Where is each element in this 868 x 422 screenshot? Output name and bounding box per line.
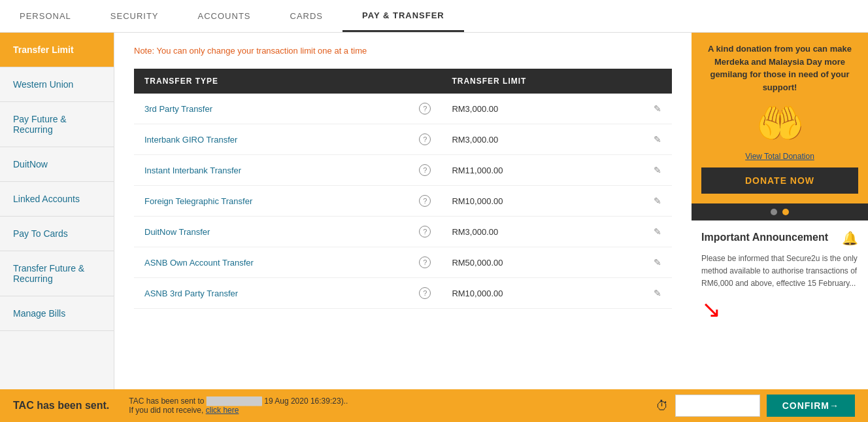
sidebar-item-western-union[interactable]: Western Union: [0, 67, 114, 102]
info-icon-cell[interactable]: ?: [409, 217, 441, 247]
donate-now-button[interactable]: DONATE NOW: [701, 167, 858, 194]
tac-sent-label: TAC has been sent.: [13, 400, 109, 412]
sidebar-item-linked-accounts[interactable]: Linked Accounts: [0, 182, 114, 217]
table-row: DuitNow Transfer ? RM3,000.00 ✎: [134, 217, 672, 247]
edit-icon-cell[interactable]: ✎: [643, 217, 672, 247]
info-circle-icon[interactable]: ?: [419, 164, 431, 176]
nav-cards[interactable]: CARDS: [271, 0, 343, 32]
edit-icon-cell[interactable]: ✎: [643, 124, 672, 155]
transfer-limit-cell: RM11,000.00: [441, 155, 643, 186]
tac-phone-mask: ██████████: [207, 396, 262, 406]
info-icon-cell[interactable]: ?: [409, 186, 441, 217]
transfer-type-cell: DuitNow Transfer: [134, 217, 409, 247]
announcement-header: Important Announcement 🔔: [701, 230, 858, 246]
carousel-dots: [692, 203, 868, 220]
table-row: Interbank GIRO Transfer ? RM3,000.00 ✎: [134, 124, 672, 155]
edit-icon-cell[interactable]: ✎: [643, 186, 672, 217]
transfer-type-cell: 3rd Party Transfer: [134, 94, 409, 124]
info-circle-icon[interactable]: ?: [419, 287, 431, 299]
edit-icon-cell[interactable]: ✎: [643, 247, 672, 278]
transfer-limit-cell: RM50,000.00: [441, 247, 643, 278]
right-panel: A kind donation from you can make Merdek…: [692, 33, 868, 422]
info-circle-icon[interactable]: ?: [419, 256, 431, 268]
info-icon-cell[interactable]: ?: [409, 124, 441, 155]
transfer-type-cell: ASNB Own Account Transfer: [134, 247, 409, 278]
nav-personal[interactable]: PERSONAL: [0, 0, 91, 32]
edit-pencil-icon[interactable]: ✎: [654, 226, 661, 237]
info-circle-icon[interactable]: ?: [419, 133, 431, 145]
top-navigation: PERSONAL SECURITY ACCOUNTS CARDS PAY & T…: [0, 0, 868, 33]
sidebar-item-transfer-future-recurring[interactable]: Transfer Future & Recurring: [0, 251, 114, 296]
tac-info-line1: TAC has been sent to: [129, 396, 204, 406]
edit-icon-cell[interactable]: ✎: [643, 278, 672, 309]
edit-pencil-icon[interactable]: ✎: [654, 288, 661, 298]
sidebar-item-manage-bills[interactable]: Manage Bills: [0, 296, 114, 331]
transfer-type-cell: ASNB 3rd Party Transfer: [134, 278, 409, 309]
transfer-limit-cell: RM10,000.00: [441, 186, 643, 217]
timer-icon: ⏱: [656, 398, 669, 413]
col-header-type: TRANSFER TYPE: [134, 69, 409, 94]
table-row: ASNB 3rd Party Transfer ? RM10,000.00 ✎: [134, 278, 672, 309]
edit-icon-cell[interactable]: ✎: [643, 155, 672, 186]
col-header-limit: TRANSFER LIMIT: [441, 69, 643, 94]
announcement-title: Important Announcement: [701, 230, 828, 245]
bottom-bar: TAC has been sent. TAC has been sent to …: [0, 389, 868, 422]
nav-accounts[interactable]: ACCOUNTS: [178, 0, 271, 32]
table-row: ASNB Own Account Transfer ? RM50,000.00 …: [134, 247, 672, 278]
donation-hand-icon: 🤲: [701, 100, 858, 147]
table-row: 3rd Party Transfer ? RM3,000.00 ✎: [134, 94, 672, 124]
edit-pencil-icon[interactable]: ✎: [654, 134, 661, 145]
sidebar-item-transfer-limit[interactable]: Transfer Limit: [0, 33, 114, 67]
transfer-limit-cell: RM3,000.00: [441, 217, 643, 247]
main-layout: Transfer Limit Western Union Pay Future …: [0, 33, 868, 422]
info-icon-cell[interactable]: ?: [409, 155, 441, 186]
note-text: Note: You can only change your transacti…: [134, 46, 672, 56]
edit-pencil-icon[interactable]: ✎: [654, 257, 661, 268]
info-circle-icon[interactable]: ?: [419, 103, 431, 114]
transfer-type-cell: Interbank GIRO Transfer: [134, 124, 409, 155]
red-arrow-icon: ↘: [701, 296, 858, 323]
content-area: Note: You can only change your transacti…: [114, 33, 692, 422]
edit-pencil-icon[interactable]: ✎: [654, 103, 661, 114]
announcement-bell-icon: 🔔: [842, 230, 858, 246]
dot-2[interactable]: [782, 209, 789, 215]
info-circle-icon[interactable]: ?: [419, 226, 431, 237]
edit-icon-cell[interactable]: ✎: [643, 94, 672, 124]
transfer-limit-cell: RM3,000.00: [441, 124, 643, 155]
transfer-type-cell: Foreign Telegraphic Transfer: [134, 186, 409, 217]
tac-info: TAC has been sent to ██████████ 19 Aug 2…: [129, 396, 655, 415]
sidebar-item-pay-future-recurring[interactable]: Pay Future & Recurring: [0, 102, 114, 147]
announcement-text: Please be informed that Secure2u is the …: [701, 253, 858, 290]
info-icon-cell[interactable]: ?: [409, 247, 441, 278]
transfer-limit-cell: RM10,000.00: [441, 278, 643, 309]
col-header-edit: [643, 69, 672, 94]
tac-input-field[interactable]: [675, 395, 760, 417]
sidebar-item-duitnow[interactable]: DuitNow: [0, 147, 114, 182]
transfer-table: TRANSFER TYPE TRANSFER LIMIT 3rd Party T…: [134, 69, 672, 309]
tac-info-line3: If you did not receive,: [129, 406, 203, 415]
transfer-limit-cell: RM3,000.00: [441, 94, 643, 124]
transfer-type-cell: Instant Interbank Transfer: [134, 155, 409, 186]
view-total-link[interactable]: View Total Donation: [701, 152, 858, 161]
nav-security[interactable]: SECURITY: [91, 0, 178, 32]
table-row: Foreign Telegraphic Transfer ? RM10,000.…: [134, 186, 672, 217]
tac-info-timestamp: 19 Aug 2020 16:39:23)..: [264, 396, 348, 406]
nav-pay-transfer[interactable]: PAY & TRANSFER: [342, 0, 464, 32]
edit-pencil-icon[interactable]: ✎: [654, 165, 661, 175]
info-circle-icon[interactable]: ?: [419, 195, 431, 207]
donation-card: A kind donation from you can make Merdek…: [692, 33, 868, 203]
tac-click-here-link[interactable]: click here: [206, 406, 239, 415]
edit-pencil-icon[interactable]: ✎: [654, 196, 661, 206]
sidebar: Transfer Limit Western Union Pay Future …: [0, 33, 114, 422]
col-header-info: [409, 69, 441, 94]
confirm-button[interactable]: CONFIRM→: [767, 395, 855, 417]
dot-1[interactable]: [771, 209, 777, 215]
donation-title: A kind donation from you can make Merdek…: [701, 43, 858, 94]
sidebar-item-pay-to-cards[interactable]: Pay To Cards: [0, 217, 114, 251]
info-icon-cell[interactable]: ?: [409, 94, 441, 124]
info-icon-cell[interactable]: ?: [409, 278, 441, 309]
table-row: Instant Interbank Transfer ? RM11,000.00…: [134, 155, 672, 186]
